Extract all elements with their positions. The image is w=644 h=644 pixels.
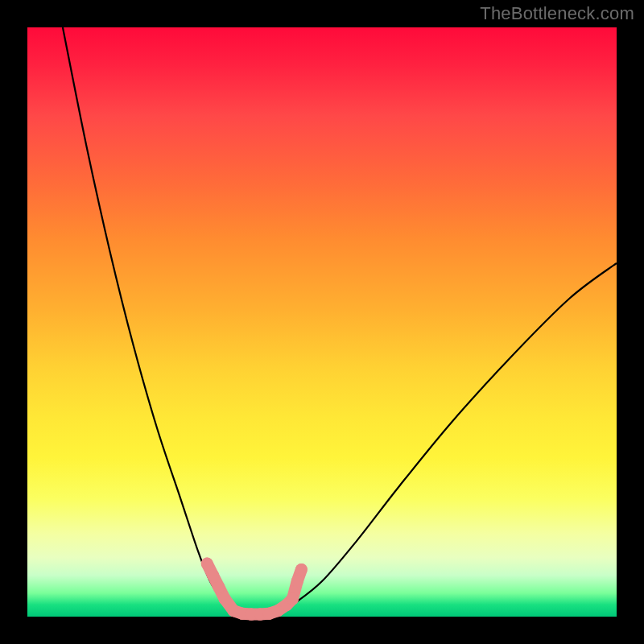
marker-dot <box>213 581 225 593</box>
left-curve <box>63 27 240 617</box>
marker-dot <box>287 593 299 605</box>
chart-svg <box>27 27 617 617</box>
highlight-markers <box>201 558 308 621</box>
right-curve <box>275 263 617 617</box>
plot-area <box>27 27 617 617</box>
chart-frame: TheBottleneck.com <box>0 0 644 644</box>
marker-dot <box>291 576 303 588</box>
marker-dot <box>295 564 308 576</box>
marker-dot <box>201 558 213 570</box>
watermark-text: TheBottleneck.com <box>480 3 634 24</box>
marker-dot <box>219 593 231 605</box>
marker-dot <box>207 569 219 581</box>
